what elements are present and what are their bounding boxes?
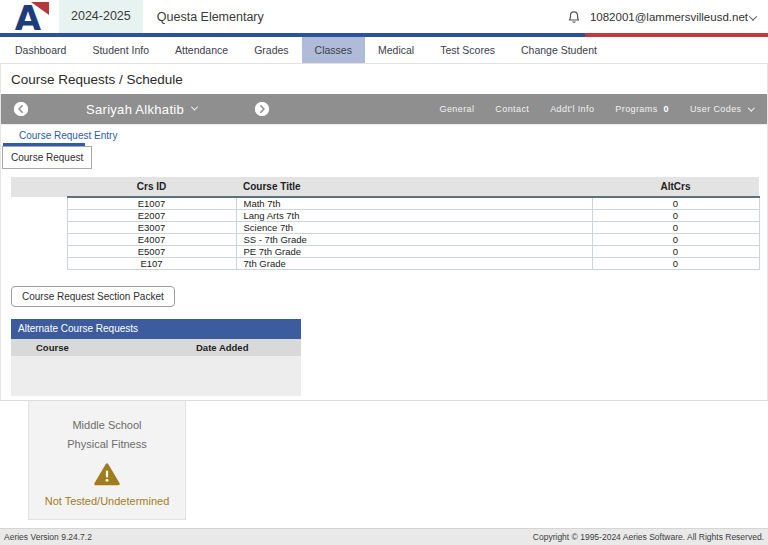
altcrs-cell: 0 xyxy=(592,210,759,222)
crs-id-cell: E2007 xyxy=(67,210,236,222)
arrow-right-icon xyxy=(255,102,269,116)
student-bar-link-general[interactable]: General xyxy=(440,104,475,114)
next-student-button[interactable] xyxy=(255,102,269,116)
altcrs-cell: 0 xyxy=(592,258,759,270)
gutter-cell xyxy=(11,210,67,222)
crs-id-cell: E1007 xyxy=(67,197,236,210)
course-title-header: Course Title xyxy=(236,177,592,197)
physical-fitness-status-card: Middle School Physical Fitness Not Teste… xyxy=(28,401,186,520)
subtab-strip: Course Request Entry xyxy=(1,124,767,146)
nav-item[interactable]: Grades xyxy=(241,37,301,63)
student-name: Sariyah Alkhatib xyxy=(86,102,184,117)
footer: Aeries Version 9.24.7.2 Copyright © 1995… xyxy=(0,528,768,545)
arrow-left-icon xyxy=(14,102,28,116)
version-text: Aeries Version 9.24.7.2 xyxy=(4,532,92,542)
student-bar-link-addtl-info[interactable]: Addt'l Info xyxy=(550,104,594,114)
course-title-cell: PE 7th Grade xyxy=(236,246,592,258)
gutter-cell xyxy=(11,258,67,270)
gutter-cell xyxy=(11,246,67,258)
alternate-course-requests-title: Alternate Course Requests xyxy=(11,319,301,339)
crs-id-cell: E4007 xyxy=(67,234,236,246)
active-subtab-indicator xyxy=(3,143,85,146)
student-bar-link-user-codes[interactable]: User Codes xyxy=(690,104,753,114)
crs-id-cell: E3007 xyxy=(67,222,236,234)
fitness-card-line2: Physical Fitness xyxy=(33,435,181,454)
user-codes-label: User Codes xyxy=(690,104,742,114)
course-title-cell: SS - 7th Grade xyxy=(236,234,592,246)
chevron-down-icon xyxy=(749,12,757,20)
course-title-cell: Lang Arts 7th xyxy=(236,210,592,222)
main-nav: Dashboard Student Info Attendance Grades… xyxy=(0,37,768,64)
course-request-section-packet-button[interactable]: Course Request Section Packet xyxy=(11,286,175,307)
tab-strip: Course Request xyxy=(1,146,767,171)
top-header: A 2024-2025 Questa Elementary 1082001@la… xyxy=(0,0,768,33)
alternate-course-requests-panel: Alternate Course Requests Course Date Ad… xyxy=(11,319,301,396)
nav-item[interactable]: Dashboard xyxy=(2,37,79,63)
course-request-table: Crs ID Course Title AltCrs E1007 Math 7t… xyxy=(11,177,760,270)
table-row[interactable]: E107 7th Grade 0 xyxy=(11,258,759,270)
altcrs-cell: 0 xyxy=(592,222,759,234)
table-header-row: Crs ID Course Title AltCrs xyxy=(11,177,759,197)
warning-triangle-icon xyxy=(94,463,120,490)
tab-course-request[interactable]: Course Request xyxy=(2,146,92,169)
crs-id-header: Crs ID xyxy=(67,177,236,197)
nav-item[interactable]: Test Scores xyxy=(427,37,508,63)
gutter-cell xyxy=(11,197,67,210)
alt-date-added-header: Date Added xyxy=(196,339,248,356)
school-name: Questa Elementary xyxy=(157,10,264,24)
content-area: Course Requests / Schedule Sariyah Alkha… xyxy=(0,64,768,401)
chevron-down-icon xyxy=(748,104,754,110)
nav-item[interactable]: Classes xyxy=(302,37,365,63)
table-row[interactable]: E2007 Lang Arts 7th 0 xyxy=(11,210,759,222)
course-table-body: E1007 Math 7th 0 E2007 Lang Arts 7th 0 E… xyxy=(11,197,759,270)
svg-text:A: A xyxy=(15,1,42,33)
programs-label: Programs xyxy=(615,104,657,114)
school-year: 2024-2025 xyxy=(59,0,143,33)
nav-item[interactable]: Attendance xyxy=(162,37,241,63)
alternate-table-empty-area xyxy=(11,356,301,396)
course-title-cell: Math 7th xyxy=(236,197,592,210)
fitness-card-line1: Middle School xyxy=(33,416,181,435)
nav-item[interactable]: Medical xyxy=(365,37,427,63)
fitness-status-text: Not Tested/Undetermined xyxy=(33,495,181,507)
nav-item[interactable]: Change Student xyxy=(508,37,610,63)
altcrs-header: AltCrs xyxy=(592,177,759,197)
aeries-logo-icon: A xyxy=(5,1,51,33)
crs-id-cell: E5007 xyxy=(67,246,236,258)
crs-id-cell: E107 xyxy=(67,258,236,270)
altcrs-cell: 0 xyxy=(592,197,759,210)
nav-item[interactable]: Student Info xyxy=(79,37,162,63)
table-row[interactable]: E1007 Math 7th 0 xyxy=(11,197,759,210)
course-title-cell: Science 7th xyxy=(236,222,592,234)
gutter-cell xyxy=(11,234,67,246)
table-row[interactable]: E4007 SS - 7th Grade 0 xyxy=(11,234,759,246)
account-email: 1082001@lammersvilleusd.net xyxy=(590,11,748,23)
table-row[interactable]: E3007 Science 7th 0 xyxy=(11,222,759,234)
student-bar: Sariyah Alkhatib General Contact Addt'l … xyxy=(1,94,767,124)
previous-student-button[interactable] xyxy=(14,102,28,116)
altcrs-cell: 0 xyxy=(592,246,759,258)
gutter-cell xyxy=(11,222,67,234)
alternate-table-header-row: Course Date Added xyxy=(11,339,301,356)
account-menu[interactable]: 1082001@lammersvilleusd.net xyxy=(590,11,756,23)
course-title-cell: 7th Grade xyxy=(236,258,592,270)
table-row[interactable]: E5007 PE 7th Grade 0 xyxy=(11,246,759,258)
chevron-down-icon xyxy=(191,103,198,110)
programs-count-badge: 0 xyxy=(664,104,669,114)
student-name-dropdown[interactable]: Sariyah Alkhatib xyxy=(86,102,197,117)
gutter-header-cell xyxy=(11,177,67,197)
page-title: Course Requests / Schedule xyxy=(1,64,767,94)
student-bar-link-programs[interactable]: Programs 0 xyxy=(615,104,669,114)
altcrs-cell: 0 xyxy=(592,234,759,246)
copyright-text: Copyright © 1995-2024 Aeries Software. A… xyxy=(533,532,764,542)
student-bar-link-contact[interactable]: Contact xyxy=(495,104,529,114)
alt-course-header: Course xyxy=(36,339,69,356)
bell-icon[interactable] xyxy=(567,9,581,24)
